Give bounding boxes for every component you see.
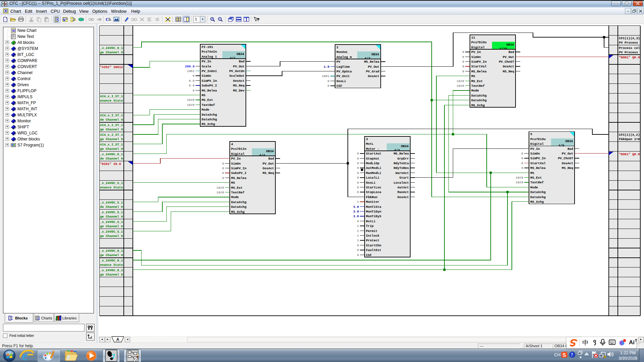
svg-text:0: 0	[357, 166, 359, 170]
svg-text:Pcs7DiIn: Pcs7DiIn	[231, 147, 247, 151]
svg-text:StartVal: StartVal	[471, 65, 487, 68]
svg-text:SimPV_In: SimPV_In	[202, 79, 217, 83]
svg-text:Pcs7DiOu: Pcs7DiOu	[530, 137, 546, 141]
svg-text:1: 1	[357, 224, 359, 228]
svg-text:4/5: 4/5	[558, 144, 564, 147]
svg-text:0: 0	[222, 167, 224, 170]
svg-text:CSF: CSF	[366, 253, 372, 257]
svg-text:1: 1	[357, 229, 359, 233]
svg-text:A: A	[116, 337, 119, 342]
svg-text:SimOn: SimOn	[530, 152, 540, 156]
svg-text:0: 0	[357, 162, 359, 165]
svg-text:4/4: 4/4	[259, 154, 265, 157]
svg-text:OB34: OB34	[266, 149, 274, 153]
svg-text:OB34: OB34	[401, 144, 409, 148]
svg-text:0: 0	[357, 244, 359, 247]
svg-text:MS_Xchg: MS_Xchg	[202, 122, 215, 126]
svg-text:?: ?	[257, 17, 260, 22]
svg-text:_x_24VDC_S_1: _x_24VDC_S_1	[100, 210, 123, 214]
svg-text:1: 1	[357, 239, 359, 242]
svg-text:StopAut: StopAut	[366, 157, 379, 161]
svg-text:PV_Out: PV_Out	[562, 152, 573, 156]
svg-text:MonTiDyS: MonTiDyS	[366, 215, 381, 218]
svg-text:16#0: 16#0	[457, 84, 464, 88]
svg-text:PV_Out: PV_Out	[233, 65, 245, 68]
svg-text:0: 0	[357, 190, 359, 194]
svg-text:TextRef: TextRef	[530, 181, 544, 184]
svg-text:PV_Grad: PV_Grad	[366, 70, 379, 73]
svg-text:Mode: Mode	[471, 89, 479, 93]
svg-text:PV_OutUn: PV_OutUn	[229, 69, 245, 73]
svg-text:MS_Ext: MS_Ext	[202, 98, 213, 102]
svg-text:Bad: Bad	[239, 60, 245, 63]
svg-text:"DI01" I0.0: "DI01" I0.0	[100, 162, 121, 166]
svg-text:PI-101: PI-101	[202, 45, 213, 49]
svg-text:SimPV_In: SimPV_In	[231, 167, 247, 170]
svg-text:DataXchg: DataXchg	[231, 205, 247, 209]
svg-text:0: 0	[193, 74, 195, 78]
svg-text:RdyToRes: RdyToRes	[393, 166, 409, 170]
svg-text:MS: MS	[231, 181, 235, 185]
svg-text:StopLoca: StopLoca	[366, 190, 381, 194]
svg-text:DataXchg: DataXchg	[471, 99, 487, 102]
svg-text:MonTiSta: MonTiSta	[366, 205, 381, 209]
svg-text:MS: MS	[471, 74, 475, 78]
svg-text:ge Channel 0: ge Channel 0	[100, 215, 123, 219]
svg-text:enance State: enance State	[100, 99, 123, 103]
svg-text:_x_24VDC_S_1: _x_24VDC_S_1	[100, 181, 123, 185]
svg-text:7: 7	[112, 353, 115, 360]
svg-text:GrpErr: GrpErr	[397, 157, 409, 161]
svg-text:Digital: Digital	[471, 46, 485, 49]
svg-text:0: 0	[327, 84, 329, 88]
svg-text:OosAct: OosAct	[562, 162, 573, 165]
svg-text:0: 0	[462, 65, 464, 68]
svg-text:PV_In: PV_In	[202, 60, 211, 63]
svg-text:Pcs7DiOu: Pcs7DiOu	[471, 41, 487, 44]
svg-text:ManAct: ManAct	[397, 190, 409, 194]
svg-text:AI4_x_I_ST_1: AI4_x_I_ST_1	[100, 114, 123, 117]
svg-text:MS_Dev: MS_Dev	[233, 89, 245, 93]
svg-text:StartLoc: StartLoc	[366, 186, 381, 189]
svg-text:PV_InUni: PV_InUni	[202, 69, 217, 73]
svg-text:ge Channel 0: ge Channel 0	[100, 225, 123, 228]
svg-text:0: 0	[357, 186, 359, 189]
svg-text:MS_Req: MS_Req	[233, 84, 245, 87]
svg-text:16#0: 16#0	[516, 181, 523, 184]
svg-text:MonTiDyn: MonTiDyn	[366, 210, 381, 214]
svg-text:Analog i: Analog i	[202, 55, 217, 59]
svg-text:MonAnL: MonAnL	[336, 50, 348, 54]
svg-text:DataXchg: DataXchg	[202, 113, 217, 117]
svg-text:PV: PV	[336, 60, 340, 64]
svg-text:Process cell(: Process cell(	[619, 46, 644, 50]
svg-text:5: 5	[530, 132, 532, 136]
svg-text:SubsPV_I: SubsPV_I	[231, 171, 247, 175]
svg-text:DataXchg: DataXchg	[530, 195, 546, 199]
svg-text:0: 0	[521, 166, 523, 170]
svg-text:16#0: 16#0	[187, 103, 195, 107]
svg-text:LocalLi: LocalLi	[366, 176, 379, 180]
svg-text:OB34: OB34	[236, 52, 244, 56]
svg-text:OB34: OB34	[565, 139, 573, 143]
svg-text:Trip: Trip	[366, 224, 374, 228]
svg-text:4/10: 4/10	[499, 47, 507, 51]
svg-text:_x_24VDC_0_1: _x_24VDC_0_1	[100, 268, 123, 272]
svg-text:TextRef: TextRef	[471, 84, 485, 88]
svg-text:PV_In: PV_In	[530, 147, 540, 151]
svg-text:1: 1	[357, 234, 359, 238]
svg-text:AI4_x_I_ST_1: AI4_x_I_ST_1	[100, 143, 123, 146]
svg-text:0: 0	[357, 248, 359, 252]
svg-text:16#0: 16#0	[216, 186, 224, 190]
svg-text:ModLiOp: ModLiOp	[366, 162, 379, 165]
svg-text:OosAct: OosAct	[503, 65, 514, 68]
svg-text:_x_24VDC_S_1: _x_24VDC_S_1	[100, 230, 123, 234]
svg-text:Mode: Mode	[530, 186, 538, 189]
svg-text:MS_Ext: MS_Ext	[231, 186, 243, 190]
svg-text:ge Channel 0: ge Channel 0	[100, 51, 123, 54]
svg-text:0: 0	[521, 157, 523, 160]
svg-text:Bad: Bad	[568, 147, 573, 151]
svg-text:PV_Out: PV_Out	[263, 162, 274, 166]
svg-text:Mode: Mode	[202, 108, 209, 112]
svg-text:"AI01" IW512: "AI01" IW512	[100, 65, 123, 69]
svg-text:Monitor: Monitor	[366, 200, 379, 204]
svg-text:PV_Out: PV_Out	[503, 55, 514, 59]
